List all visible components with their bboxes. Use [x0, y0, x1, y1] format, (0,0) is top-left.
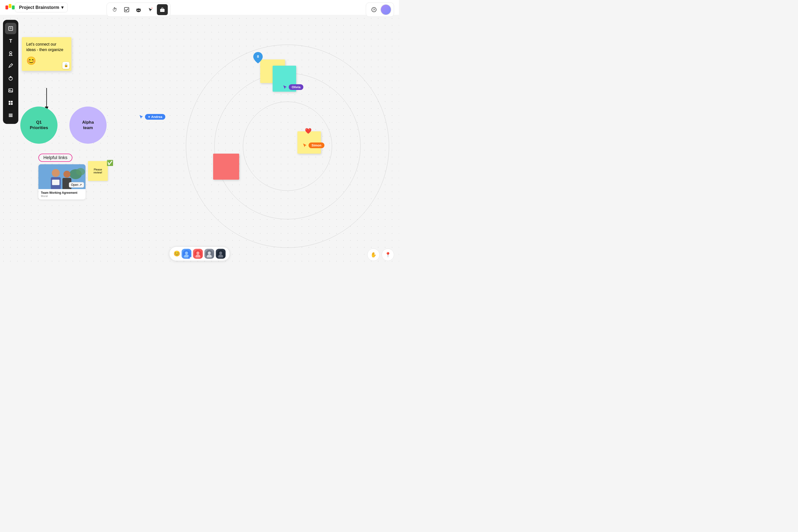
olivia-cursor: Olivia	[283, 84, 303, 90]
link-card-image: Open ↗	[38, 164, 86, 189]
helpful-links-section: Helpful links Open	[38, 154, 86, 200]
cursor-arrow-andrea-icon	[139, 114, 144, 119]
sidebar-item-pen[interactable]	[5, 60, 16, 71]
svg-text:?: ?	[373, 8, 375, 12]
sticky-note-main[interactable]: Let's connect our ideas - then organize …	[22, 37, 71, 71]
sidebar-item-image[interactable]	[5, 85, 16, 96]
sidebar-item-text[interactable]: T	[5, 35, 16, 46]
svg-point-5	[137, 10, 138, 11]
check-button[interactable]	[121, 4, 132, 15]
simon-label: Simon	[308, 142, 324, 148]
toolbar: ⏱	[107, 2, 171, 17]
svg-rect-31	[9, 116, 13, 117]
emoji-reaction-button[interactable]: 😊	[173, 250, 180, 257]
svg-rect-28	[11, 103, 13, 105]
svg-point-37	[52, 169, 60, 177]
link-card[interactable]: Open ↗ Team Working Agreement Mural	[38, 164, 86, 200]
sidebar-item-sticky[interactable]	[5, 23, 16, 34]
link-card-source: Mural	[41, 194, 83, 197]
user4-face-icon	[217, 250, 225, 258]
user3-face-icon	[206, 250, 213, 258]
sidebar-item-shapes[interactable]	[5, 48, 16, 59]
collaborator-avatar-1[interactable]: ★	[182, 249, 192, 259]
svg-line-20	[12, 64, 13, 65]
svg-point-36	[76, 168, 85, 175]
svg-rect-15	[9, 26, 13, 31]
svg-point-40	[63, 171, 70, 178]
external-link-icon: ↗	[79, 183, 82, 187]
sticky-small-please-review[interactable]: Please review!	[88, 161, 108, 181]
collaborator-avatar-2[interactable]	[193, 249, 203, 259]
svg-point-43	[185, 251, 188, 254]
helpful-links-label: Helpful links	[38, 154, 72, 162]
logo	[5, 2, 15, 13]
cursor-arrow-simon-icon	[302, 143, 307, 148]
timer-button[interactable]: ⏱	[109, 4, 120, 15]
circle-q1-priorities[interactable]: Q1Priorities	[20, 107, 57, 144]
heart-emoji: ❤️	[305, 128, 311, 134]
svg-point-49	[208, 251, 211, 254]
app-logo	[5, 2, 15, 13]
sidebar-item-more[interactable]	[5, 110, 16, 121]
simon-cursor: Simon	[302, 142, 324, 148]
svg-rect-9	[137, 8, 139, 10]
sticky-emoji: 😊	[26, 55, 67, 66]
cursor-button[interactable]	[145, 4, 156, 15]
project-title-text: Project Brainstorm	[19, 5, 59, 10]
header: Project Brainstorm ▾ ⏱ ?	[0, 0, 399, 15]
sticky-note-pink[interactable]	[213, 154, 239, 179]
svg-rect-26	[11, 101, 13, 102]
check-mark-green: ✅	[107, 160, 113, 166]
link-card-title: Team Working Agreement	[41, 191, 83, 194]
circle-alpha-team[interactable]: Alphateam	[70, 107, 107, 144]
svg-rect-39	[52, 179, 59, 185]
svg-point-22	[10, 76, 11, 77]
sticky-small-text: Please review!	[90, 168, 106, 174]
hand-icon: ✋	[370, 252, 377, 258]
badge-number-text: 8	[257, 54, 259, 58]
svg-rect-23	[9, 89, 13, 92]
svg-rect-2	[12, 5, 15, 10]
location-pin-icon: 8	[253, 52, 263, 64]
circle-alpha-label: Alphateam	[82, 120, 94, 131]
bottom-right-tools: ✋ 📍	[367, 249, 394, 261]
canvas: Let's connect our ideas - then organize …	[0, 15, 399, 266]
text-icon: T	[9, 38, 12, 44]
link-card-body: Team Working Agreement Mural	[38, 189, 86, 200]
header-right: ?	[366, 2, 394, 17]
svg-point-46	[196, 251, 200, 254]
svg-point-52	[219, 251, 222, 254]
open-link-button[interactable]: Open ↗	[69, 182, 84, 188]
svg-rect-29	[9, 114, 13, 114]
sidebar-item-grid[interactable]	[5, 97, 16, 109]
location-badge-8: 8	[253, 52, 263, 65]
collaborator-avatar-4[interactable]	[216, 249, 226, 259]
collaborator-avatar-3[interactable]	[205, 249, 214, 259]
help-button[interactable]: ?	[368, 4, 379, 15]
project-title-dropdown[interactable]: Project Brainstorm ▾	[15, 2, 68, 13]
circle-q1-label: Q1Priorities	[30, 120, 48, 131]
svg-rect-0	[5, 5, 8, 10]
andrea-label: ★ Andrea	[145, 114, 165, 120]
svg-rect-25	[9, 101, 11, 102]
cursor-arrow-icon	[283, 85, 287, 90]
andrea-cursor: ★ Andrea	[139, 114, 165, 120]
location-pin-icon: 📍	[385, 252, 391, 258]
user-avatar	[381, 5, 391, 15]
sticky-note-text: Let's connect our ideas - then organize	[26, 42, 67, 53]
svg-point-6	[139, 10, 140, 11]
svg-rect-30	[9, 115, 13, 116]
briefcase-button[interactable]	[157, 4, 168, 15]
svg-rect-1	[9, 4, 12, 8]
user2-face-icon	[194, 250, 202, 258]
bottom-toolbar: 😊 ★	[169, 247, 230, 261]
star-badge: ★	[188, 255, 192, 259]
incognito-button[interactable]	[133, 4, 144, 15]
olivia-label: Olivia	[289, 84, 303, 90]
user-avatar-button[interactable]	[380, 4, 391, 15]
sidebar-item-ai[interactable]	[5, 72, 16, 84]
open-label: Open	[71, 183, 78, 187]
hand-tool-button[interactable]: ✋	[367, 249, 380, 261]
lock-icon: 🔒	[62, 62, 70, 69]
minimap-button[interactable]: 📍	[382, 249, 394, 261]
